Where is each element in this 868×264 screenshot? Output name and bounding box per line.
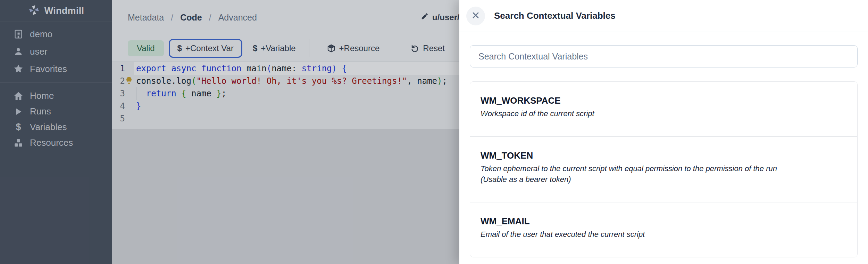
close-button[interactable] xyxy=(466,7,485,25)
variable-description: Workspace id of the current script xyxy=(481,108,786,119)
variable-name: WM_WORKSPACE xyxy=(481,96,847,105)
contextual-variable-item-wm_workspace[interactable]: WM_WORKSPACEWorkspace id of the current … xyxy=(470,82,857,136)
drawer-title: Search Contextual Variables xyxy=(494,10,616,21)
contextual-variables-list: WM_WORKSPACEWorkspace id of the current … xyxy=(470,81,858,257)
search-input[interactable] xyxy=(470,45,858,67)
contextual-variable-item-wm_token[interactable]: WM_TOKENToken ephemeral to the current s… xyxy=(470,136,857,202)
variable-description: Token ephemeral to the current script wi… xyxy=(481,163,786,185)
drawer-header: Search Contextual Variables xyxy=(459,0,868,32)
drawer-backdrop[interactable] xyxy=(0,0,459,264)
variable-description: Email of the user that executed the curr… xyxy=(481,229,786,240)
drawer-body: WM_WORKSPACEWorkspace id of the current … xyxy=(459,32,868,257)
close-icon xyxy=(471,10,481,21)
contextual-variable-item-wm_email[interactable]: WM_EMAILEmail of the user that executed … xyxy=(470,202,857,257)
windmill-app: Windmill demouserFavorites HomeRuns$Vari… xyxy=(0,0,868,264)
variable-name: WM_TOKEN xyxy=(481,151,847,160)
variable-name: WM_EMAIL xyxy=(481,216,847,226)
contextual-variables-drawer: Search Contextual Variables WM_WORKSPACE… xyxy=(459,0,868,264)
